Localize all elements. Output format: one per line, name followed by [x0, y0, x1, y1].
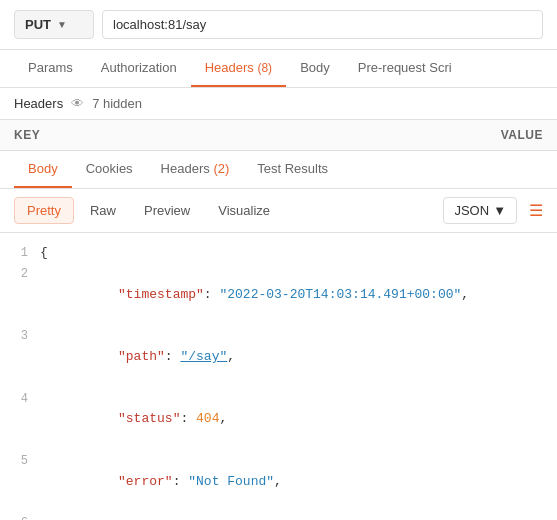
method-label: PUT: [25, 17, 51, 32]
preview-button[interactable]: Preview: [132, 198, 202, 223]
format-bar: Pretty Raw Preview Visualize JSON ▼ ☰: [0, 189, 557, 233]
format-selector[interactable]: JSON ▼: [443, 197, 517, 224]
brace-open: {: [40, 243, 557, 264]
resp-tab-headers[interactable]: Headers (2): [147, 151, 244, 188]
method-selector[interactable]: PUT ▼: [14, 10, 94, 39]
line-num-2: 2: [0, 265, 40, 284]
code-line-2: 2 "timestamp": "2022-03-20T14:03:14.491+…: [0, 264, 557, 326]
code-content-2: "timestamp": "2022-03-20T14:03:14.491+00…: [40, 264, 557, 326]
line-num-1: 1: [0, 244, 40, 263]
code-content-4: "status": 404,: [40, 389, 557, 451]
chevron-down-icon: ▼: [57, 19, 67, 30]
resp-tab-cookies[interactable]: Cookies: [72, 151, 147, 188]
code-block: 1 { 2 "timestamp": "2022-03-20T14:03:14.…: [0, 233, 557, 520]
code-content-5: "error": "Not Found",: [40, 451, 557, 513]
resp-tab-body[interactable]: Body: [14, 151, 72, 188]
table-header: KEY VALUE: [0, 120, 557, 151]
top-bar: PUT ▼: [0, 0, 557, 50]
response-tabs: Body Cookies Headers (2) Test Results: [0, 151, 557, 189]
line-num-5: 5: [0, 452, 40, 471]
headers-row: Headers 👁 7 hidden: [0, 88, 557, 120]
tab-prerequest[interactable]: Pre-request Scri: [344, 50, 466, 87]
col-key-header: KEY: [14, 128, 190, 142]
line-num-6: 6: [0, 514, 40, 520]
headers-badge: (8): [257, 61, 272, 75]
code-line-5: 5 "error": "Not Found",: [0, 451, 557, 513]
code-line-4: 4 "status": 404,: [0, 389, 557, 451]
url-input[interactable]: [102, 10, 543, 39]
eye-icon[interactable]: 👁: [71, 96, 84, 111]
hidden-count-label: 7 hidden: [92, 96, 142, 111]
code-line-3: 3 "path": "/say",: [0, 326, 557, 388]
code-content-3: "path": "/say",: [40, 326, 557, 388]
code-content-6: "message": null,: [40, 513, 557, 520]
code-line-1: 1 {: [0, 243, 557, 264]
tab-body[interactable]: Body: [286, 50, 344, 87]
resp-headers-badge: (2): [213, 161, 229, 176]
chevron-down-icon: ▼: [493, 203, 506, 218]
visualize-button[interactable]: Visualize: [206, 198, 282, 223]
tab-params[interactable]: Params: [14, 50, 87, 87]
pretty-button[interactable]: Pretty: [14, 197, 74, 224]
tab-authorization[interactable]: Authorization: [87, 50, 191, 87]
col-value-header: VALUE: [190, 128, 543, 142]
raw-button[interactable]: Raw: [78, 198, 128, 223]
request-tabs: Params Authorization Headers (8) Body Pr…: [0, 50, 557, 88]
headers-section-label: Headers: [14, 96, 63, 111]
resp-tab-test-results[interactable]: Test Results: [243, 151, 342, 188]
wrap-icon[interactable]: ☰: [529, 201, 543, 220]
code-line-6: 6 "message": null,: [0, 513, 557, 520]
tab-headers[interactable]: Headers (8): [191, 50, 286, 87]
line-num-4: 4: [0, 390, 40, 409]
line-num-3: 3: [0, 327, 40, 346]
format-select-value: JSON: [454, 203, 489, 218]
